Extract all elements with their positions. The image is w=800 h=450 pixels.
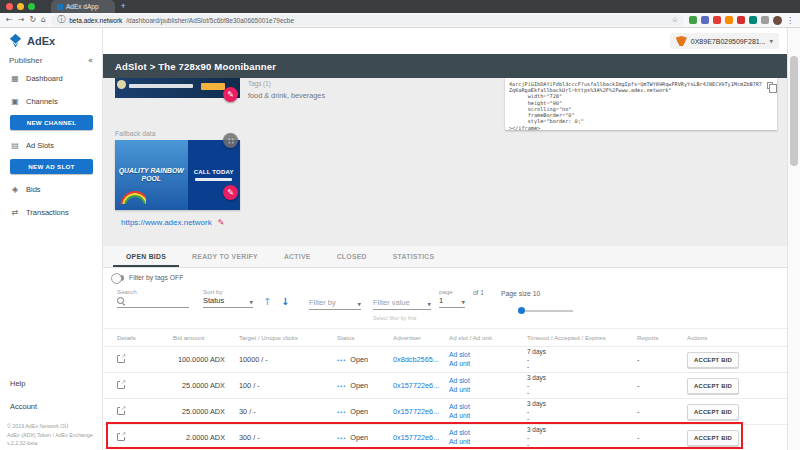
ad-slot-link[interactable]: Ad slot	[449, 351, 527, 359]
extension-icon-3[interactable]	[713, 16, 721, 24]
slot-details-section: ✎ Tags (1) food & drink, beverages 4arcj…	[103, 78, 787, 246]
sidebar-item-ad-slots[interactable]: ▤ Ad Slots	[0, 134, 102, 157]
ad-unit-link[interactable]: Ad unit	[449, 438, 527, 446]
ad-slot-link[interactable]: Ad slot	[449, 403, 527, 411]
fullscreen-button[interactable]	[223, 133, 238, 148]
edit-tags-button[interactable]: ✎	[223, 87, 238, 102]
new-channel-button[interactable]: NEW CHANNEL	[10, 115, 93, 130]
page-select[interactable]: 1 ▼	[439, 295, 465, 308]
column-details: Details	[117, 334, 173, 341]
slider-track	[525, 310, 573, 312]
open-details-icon[interactable]: ↗	[117, 355, 125, 363]
sidebar-item-account[interactable]: Account	[0, 395, 102, 418]
sort-by-select[interactable]: Status ▼	[203, 295, 253, 308]
url-bar[interactable]: ⓘ beta.adex.network/dashboard/publisher/…	[51, 15, 684, 26]
tab-open-bids[interactable]: OPEN BIDS	[113, 246, 179, 267]
ad-unit-link[interactable]: Ad unit	[449, 360, 527, 368]
site-info-icon[interactable]: ⓘ	[57, 16, 65, 24]
tab-statistics[interactable]: STATISTICS	[380, 246, 448, 267]
open-details-icon[interactable]: ↗	[117, 381, 125, 389]
slider-thumb[interactable]	[518, 307, 525, 314]
sidebar-item-help[interactable]: Help	[0, 372, 102, 395]
sidebar-item-channels[interactable]: ▣ Channels	[0, 90, 102, 113]
accept-bid-button[interactable]: ACCEPT BID	[687, 430, 739, 446]
accepted-value: -	[527, 408, 637, 415]
sidebar-item-bids[interactable]: ◈ Bids	[0, 178, 102, 201]
status-dots-icon[interactable]: •••	[337, 409, 346, 415]
refresh-icon[interactable]: ↻	[29, 16, 36, 24]
zoom-window-button[interactable]	[28, 3, 35, 10]
page-title-bar: AdSlot > The 728x90 Moonibanner	[103, 54, 787, 78]
wallet-account-chip[interactable]: 0X89E7B029509F281... ▼	[670, 33, 779, 49]
sidebar-item-dashboard[interactable]: ▦ Dashboard	[0, 67, 102, 90]
accept-bid-button[interactable]: ACCEPT BID	[687, 404, 739, 420]
browser-titlebar: AdEx dApp +	[0, 0, 800, 13]
new-tab-button[interactable]: +	[121, 2, 126, 11]
expires-value: -	[527, 389, 637, 396]
tab-active[interactable]: ACTIVE	[271, 246, 324, 267]
sidebar-item-label: Account	[10, 402, 37, 411]
close-window-button[interactable]	[6, 3, 13, 10]
fallback-url-link[interactable]: https://www.adex.network	[121, 218, 212, 227]
filter-helper-text: Select filter by first	[373, 315, 416, 321]
extension-icon-5[interactable]	[737, 16, 745, 24]
advertiser-link[interactable]: 0x8dcb2565...	[393, 355, 439, 364]
sort-descending-icon[interactable]: ↓	[281, 296, 289, 307]
collapse-sidebar-icon[interactable]: «	[88, 56, 93, 65]
page-size-slider[interactable]	[518, 307, 573, 314]
sidebar-item-label: Channels	[26, 97, 58, 106]
tags-value: food & drink, beverages	[248, 91, 325, 100]
reports-value: -	[637, 433, 687, 442]
tab-closed[interactable]: CLOSED	[324, 246, 380, 267]
accept-bid-button[interactable]: ACCEPT BID	[687, 378, 739, 394]
filter-by-tags-toggle[interactable]: Filter by tags OFF	[112, 274, 183, 281]
reports-value: -	[637, 355, 687, 364]
ad-unit-link[interactable]: Ad unit	[449, 412, 527, 420]
bookmark-star-icon[interactable]: ☆	[672, 16, 678, 24]
ad-unit-link[interactable]: Ad unit	[449, 386, 527, 394]
fallback-data-label: Fallback data	[115, 130, 155, 137]
filter-by-select[interactable]: Filter by ▼	[309, 297, 361, 310]
advertiser-link[interactable]: 0x157722e6...	[393, 433, 439, 442]
forward-icon[interactable]: →	[18, 16, 25, 24]
search-icon	[117, 297, 125, 305]
ad-slot-link[interactable]: Ad slot	[449, 377, 527, 385]
back-icon[interactable]: ←	[6, 16, 13, 24]
ad-slot-link[interactable]: Ad slot	[449, 429, 527, 437]
tab-ready-to-verify[interactable]: READY TO VERIFY	[179, 246, 271, 267]
new-ad-slot-button[interactable]: NEW AD SLOT	[10, 159, 93, 174]
extension-icon-6[interactable]	[749, 16, 757, 24]
minimize-window-button[interactable]	[17, 3, 24, 10]
sort-ascending-icon[interactable]: ↑	[263, 296, 271, 307]
chevron-down-icon: ▼	[428, 302, 431, 307]
profile-avatar[interactable]	[773, 16, 782, 25]
browser-menu-icon[interactable]: ⋮	[786, 16, 794, 25]
extension-icon-7[interactable]	[761, 16, 769, 24]
tags-label: Tags (1)	[248, 80, 325, 87]
status-text: Open	[350, 381, 368, 390]
accept-bid-button[interactable]: ACCEPT BID	[687, 352, 739, 368]
open-details-icon[interactable]: ↗	[117, 433, 125, 441]
sidebar-item-transactions[interactable]: ⇄ Transactions	[0, 201, 102, 224]
filter-value-select[interactable]: Filter value ▼	[373, 297, 431, 310]
advertiser-link[interactable]: 0x157722e6...	[393, 407, 439, 416]
timeout-value: 7 days	[527, 348, 637, 355]
search-input[interactable]	[117, 295, 189, 308]
table-row: ↗ 25.0000 ADX 100 / - ••• Open 0x157722e…	[103, 372, 787, 398]
copy-icon[interactable]	[767, 82, 773, 89]
accepted-value: -	[527, 434, 637, 441]
status-dots-icon[interactable]: •••	[337, 357, 346, 363]
extension-icon-4[interactable]	[725, 16, 733, 24]
extension-icon-1[interactable]	[689, 16, 697, 24]
extension-icon-2[interactable]	[701, 16, 709, 24]
open-details-icon[interactable]: ↗	[117, 407, 125, 415]
edit-fallback-button[interactable]: ✎	[223, 185, 238, 200]
advertiser-link[interactable]: 0x157722e6...	[393, 381, 439, 390]
edit-url-pencil-icon[interactable]: ✎	[218, 218, 225, 227]
status-dots-icon[interactable]: •••	[337, 435, 346, 441]
home-icon[interactable]: ⌂	[41, 16, 46, 24]
status-dots-icon[interactable]: •••	[337, 383, 346, 389]
fullscreen-icon	[227, 137, 235, 145]
scrollbar-thumb[interactable]	[790, 56, 798, 166]
browser-tab[interactable]: AdEx dApp	[51, 0, 115, 13]
